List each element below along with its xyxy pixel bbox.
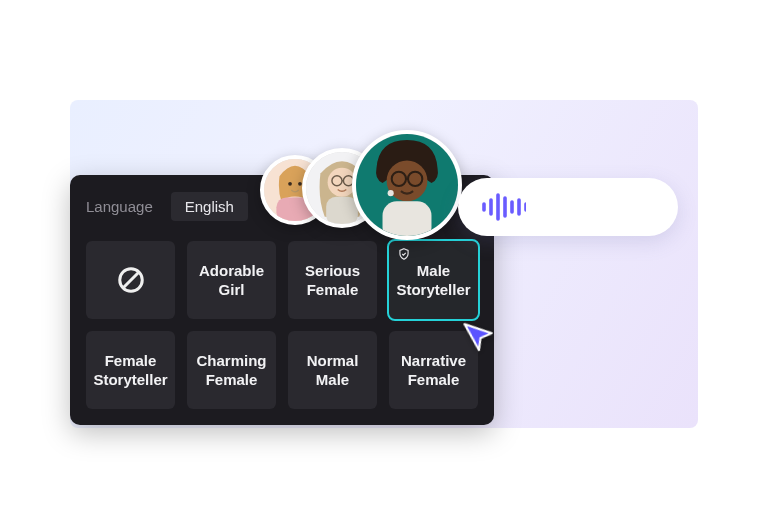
svg-rect-18 <box>383 201 432 236</box>
voice-tile-line2: Girl <box>219 280 245 300</box>
voice-tile-female-storyteller[interactable]: Female Storyteller <box>86 331 175 409</box>
language-select[interactable]: English <box>171 192 248 221</box>
waveform-icon <box>480 192 526 222</box>
svg-rect-12 <box>326 197 358 224</box>
voice-tile-none[interactable] <box>86 241 175 319</box>
prohibit-icon <box>116 265 146 295</box>
voice-grid: Adorable Girl Serious Female Male Storyt… <box>86 241 478 409</box>
svg-line-1 <box>123 273 138 288</box>
voice-tile-line1: Normal <box>307 351 359 371</box>
voice-tile-normal-male[interactable]: Normal Male <box>288 331 377 409</box>
voice-tile-line2: Storyteller <box>93 370 167 390</box>
voice-tile-line1: Male <box>417 261 450 281</box>
voice-tile-line1: Serious <box>305 261 360 281</box>
voice-tile-serious-female[interactable]: Serious Female <box>288 241 377 319</box>
avatar-man <box>352 130 462 240</box>
svg-point-4 <box>288 182 292 186</box>
shield-check-icon <box>397 247 411 261</box>
voice-tile-line1: Charming <box>196 351 266 371</box>
language-label: Language <box>86 198 153 215</box>
audio-pill[interactable] <box>458 178 678 236</box>
voice-tile-line1: Narrative <box>401 351 466 371</box>
voice-tile-line1: Female <box>105 351 157 371</box>
voice-tile-line2: Female <box>408 370 460 390</box>
voice-tile-line2: Storyteller <box>396 280 470 300</box>
pointer-cursor-icon <box>460 316 498 354</box>
voice-tile-line2: Male <box>316 370 349 390</box>
voice-tile-adorable-girl[interactable]: Adorable Girl <box>187 241 276 319</box>
voice-tile-line2: Female <box>307 280 359 300</box>
voice-tile-line1: Adorable <box>199 261 264 281</box>
svg-point-19 <box>388 190 394 196</box>
voice-tile-line2: Female <box>206 370 258 390</box>
voice-tile-male-storyteller[interactable]: Male Storyteller <box>389 241 478 319</box>
voice-tile-charming-female[interactable]: Charming Female <box>187 331 276 409</box>
